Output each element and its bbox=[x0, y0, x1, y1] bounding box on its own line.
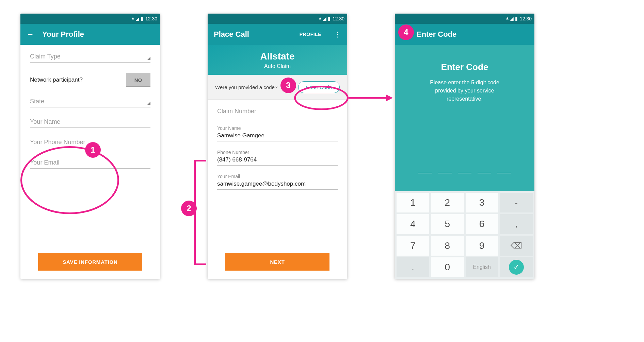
save-button[interactable]: SAVE INFORMATION bbox=[38, 253, 142, 271]
signal-icon bbox=[510, 16, 514, 21]
key-comma[interactable]: , bbox=[500, 214, 533, 234]
phone-label: Phone Number bbox=[217, 150, 338, 155]
annotation-bracket-2 bbox=[194, 160, 206, 265]
network-question-label: Network participant? bbox=[30, 76, 83, 83]
svg-marker-1 bbox=[386, 95, 393, 101]
code-slot bbox=[438, 173, 452, 173]
network-participant-row: Network participant? NO bbox=[30, 73, 150, 87]
back-icon[interactable]: ← bbox=[401, 30, 408, 39]
profile-form: Claim Type Network participant? NO State… bbox=[20, 45, 160, 279]
key-submit-icon[interactable]: ✓ bbox=[509, 260, 524, 275]
annotation-badge-2: 2 bbox=[181, 201, 197, 216]
phone-1: 12:30 ← Your Profile Claim Type Network … bbox=[20, 14, 160, 279]
carrier-subtitle: Auto Claim bbox=[208, 63, 347, 69]
signal-icon bbox=[323, 16, 326, 21]
email-field[interactable]: Your Email bbox=[30, 158, 150, 169]
key-7[interactable]: 7 bbox=[397, 236, 429, 256]
status-time: 12:30 bbox=[333, 16, 344, 21]
carrier-name: Allstate bbox=[208, 51, 347, 62]
back-icon[interactable]: ← bbox=[27, 30, 34, 39]
entercode-panel: Enter Code Please enter the 5-digit code… bbox=[395, 45, 534, 191]
signal-icon bbox=[135, 16, 139, 21]
battery-icon bbox=[328, 16, 331, 21]
profile-button[interactable]: PROFILE bbox=[300, 32, 321, 37]
email-label: Your Email bbox=[217, 174, 338, 179]
phone-3: 12:30 ← Enter Code Enter Code Please ent… bbox=[395, 14, 534, 279]
key-2[interactable]: 2 bbox=[431, 193, 464, 212]
entercode-message: Please enter the 5-digit code provided b… bbox=[420, 79, 509, 103]
appbar-profile: ← Your Profile bbox=[20, 24, 160, 45]
key-0[interactable]: 0 bbox=[431, 257, 464, 277]
email-value: samwise.gamgee@bodyshop.com bbox=[217, 181, 338, 187]
phone-value: (847) 668-9764 bbox=[217, 156, 338, 163]
key-6[interactable]: 6 bbox=[466, 214, 498, 234]
name-field[interactable]: Your Name Samwise Gamgee bbox=[217, 125, 338, 141]
key-submit-cell: ✓ bbox=[500, 257, 533, 277]
page-title: Enter Code bbox=[417, 30, 528, 39]
state-select[interactable]: State bbox=[30, 97, 150, 107]
key-9[interactable]: 9 bbox=[466, 236, 498, 256]
numeric-keypad: 1 2 3 - 4 5 6 , 7 8 9 ⌫ . 0 English ✓ bbox=[395, 191, 534, 279]
network-toggle[interactable]: NO bbox=[126, 73, 150, 87]
battery-icon bbox=[515, 16, 518, 21]
key-language[interactable]: English bbox=[466, 257, 498, 277]
next-button[interactable]: NEXT bbox=[225, 253, 329, 271]
placecall-form: Claim Number Your Name Samwise Gamgee Ph… bbox=[208, 100, 347, 279]
name-placeholder: Your Name bbox=[30, 118, 150, 125]
key-8[interactable]: 8 bbox=[431, 236, 464, 256]
status-time: 12:30 bbox=[520, 16, 532, 21]
status-bar: 12:30 bbox=[208, 14, 347, 24]
wifi-icon bbox=[132, 16, 134, 21]
wifi-icon bbox=[319, 16, 321, 21]
appbar-placecall: Place Call PROFILE ⋮ bbox=[208, 24, 347, 45]
key-3[interactable]: 3 bbox=[466, 193, 498, 212]
name-field[interactable]: Your Name bbox=[30, 118, 150, 128]
key-4[interactable]: 4 bbox=[397, 214, 429, 234]
key-1[interactable]: 1 bbox=[397, 193, 429, 212]
annotation-arrow-icon bbox=[349, 95, 393, 105]
key-period[interactable]: . bbox=[397, 257, 429, 277]
key-dash[interactable]: - bbox=[500, 193, 533, 212]
code-input[interactable] bbox=[406, 173, 524, 177]
email-field[interactable]: Your Email samwise.gamgee@bodyshop.com bbox=[217, 173, 338, 190]
enter-code-button[interactable]: Enter Code bbox=[298, 81, 340, 93]
claim-number-field[interactable]: Claim Number bbox=[217, 107, 338, 117]
phone-2: 12:30 Place Call PROFILE ⋮ Allstate Auto… bbox=[208, 14, 347, 279]
key-5[interactable]: 5 bbox=[431, 214, 464, 234]
phone-field[interactable]: Your Phone Number bbox=[30, 138, 150, 148]
code-strip: Were you provided a code? Enter Code bbox=[208, 75, 347, 100]
phone-placeholder: Your Phone Number bbox=[30, 139, 150, 146]
carrier-header: Allstate Auto Claim bbox=[208, 45, 347, 75]
code-slot bbox=[478, 173, 491, 173]
name-value: Samwise Gamgee bbox=[217, 132, 338, 139]
phone-field[interactable]: Phone Number (847) 668-9764 bbox=[217, 149, 338, 166]
status-bar: 12:30 bbox=[395, 14, 534, 24]
email-placeholder: Your Email bbox=[30, 159, 150, 166]
status-time: 12:30 bbox=[145, 16, 157, 21]
code-slot bbox=[497, 173, 511, 173]
state-placeholder: State bbox=[30, 98, 150, 105]
overflow-icon[interactable]: ⋮ bbox=[334, 30, 341, 38]
claim-type-select[interactable]: Claim Type bbox=[30, 52, 150, 63]
code-slot bbox=[418, 173, 432, 173]
claim-number-placeholder: Claim Number bbox=[217, 108, 338, 115]
entercode-title: Enter Code bbox=[406, 62, 524, 72]
code-slot bbox=[458, 173, 471, 173]
claim-type-placeholder: Claim Type bbox=[30, 53, 150, 60]
tutorial-canvas: 12:30 ← Your Profile Claim Type Network … bbox=[0, 0, 644, 342]
battery-icon bbox=[141, 16, 143, 21]
page-title: Your Profile bbox=[42, 30, 154, 39]
appbar-entercode: ← Enter Code bbox=[395, 24, 534, 45]
code-prompt-label: Were you provided a code? bbox=[215, 84, 277, 90]
name-label: Your Name bbox=[217, 125, 338, 131]
key-backspace-icon[interactable]: ⌫ bbox=[500, 236, 533, 256]
wifi-icon bbox=[506, 16, 509, 21]
status-bar: 12:30 bbox=[20, 14, 160, 24]
page-title: Place Call bbox=[214, 30, 291, 39]
